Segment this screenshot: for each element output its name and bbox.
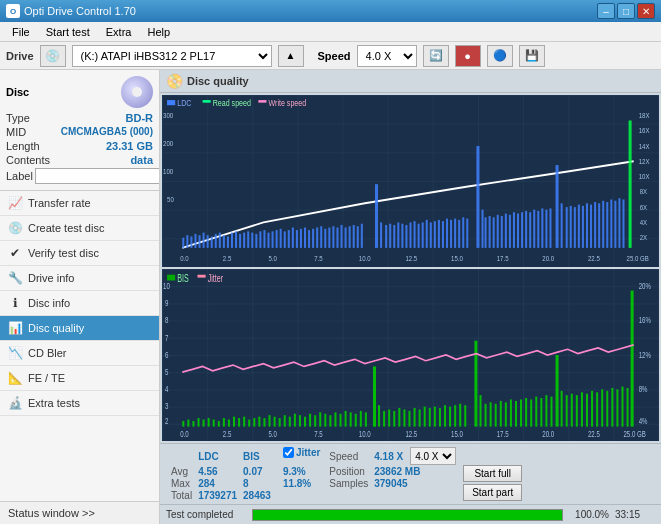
samples-label: Samples [329,478,368,489]
svg-text:25.0 GB: 25.0 GB [624,429,646,439]
svg-rect-44 [276,230,278,248]
svg-rect-114 [582,206,584,248]
menu-extra[interactable]: Extra [98,24,140,40]
speed-label: Speed [318,50,351,62]
maximize-button[interactable]: □ [617,3,635,19]
total-label: Total [168,489,195,501]
extra-tests-icon: 🔬 [8,396,22,410]
sidebar-bottom: Status window >> [0,501,159,524]
save-icon-btn[interactable]: 💾 [519,45,545,67]
disc-panel-title: Disc [6,86,29,98]
drive-icon-btn[interactable]: 💿 [40,45,66,67]
jitter-checkbox[interactable] [283,447,294,458]
svg-rect-43 [272,231,274,248]
svg-text:10.0: 10.0 [359,429,371,439]
speed-stat-label: Speed [329,451,358,462]
svg-text:5.0: 5.0 [269,254,278,262]
svg-rect-196 [383,411,385,427]
svg-rect-174 [269,415,271,426]
svg-text:25.0 GB: 25.0 GB [627,254,650,262]
svg-text:8X: 8X [640,188,648,196]
svg-rect-110 [566,207,568,248]
svg-rect-225 [535,397,537,427]
svg-rect-87 [462,217,464,248]
svg-rect-171 [253,418,255,427]
svg-rect-188 [340,414,342,427]
label-input[interactable] [35,168,160,184]
sidebar-item-create-test-disc[interactable]: 💿 Create test disc [0,216,159,241]
svg-rect-89 [476,146,479,248]
svg-rect-202 [414,408,416,427]
jitter-col-header: Jitter [296,447,320,458]
svg-text:Jitter: Jitter [208,273,223,285]
svg-rect-109 [561,203,563,248]
svg-text:4%: 4% [639,416,648,426]
type-label: Type [6,112,30,124]
title-bar: O Opti Drive Control 1.70 – □ ✕ [0,0,661,22]
svg-rect-139 [167,275,175,281]
sidebar-item-extra-tests[interactable]: 🔬 Extra tests [0,391,159,416]
svg-rect-46 [284,231,286,248]
svg-rect-48 [292,228,294,248]
ldc-avg: 4.56 [195,465,240,477]
sidebar-item-cd-bler[interactable]: 📉 CD Bler [0,341,159,366]
drive-select[interactable]: (K:) ATAPI iHBS312 2 PL17 [72,45,272,67]
start-part-button[interactable]: Start part [463,484,522,501]
svg-rect-198 [393,411,395,427]
sidebar-item-label: Drive info [28,272,74,284]
svg-text:300: 300 [163,111,173,119]
sidebar-item-label: FE / TE [28,372,65,384]
svg-rect-85 [454,219,456,248]
svg-rect-191 [355,414,357,427]
svg-rect-41 [263,230,265,248]
status-window-btn[interactable]: Status window >> [0,502,159,524]
svg-rect-181 [304,417,306,427]
refresh-icon-btn[interactable]: 🔄 [423,45,449,67]
svg-rect-162 [208,418,210,427]
start-full-button[interactable]: Start full [463,465,522,482]
speed-stat-select[interactable]: 4.0 X [410,447,456,465]
speed-select[interactable]: 4.0 X [357,45,417,67]
avg-label: Avg [168,465,195,477]
progress-time: 33:15 [615,509,655,520]
svg-rect-100 [521,212,523,248]
menu-help[interactable]: Help [139,24,178,40]
menu-file[interactable]: File [4,24,38,40]
svg-text:8: 8 [165,315,168,325]
svg-rect-27 [207,235,209,248]
svg-rect-205 [429,408,431,427]
minimize-button[interactable]: – [597,3,615,19]
sidebar-item-disc-info[interactable]: ℹ Disc info [0,291,159,316]
svg-rect-64 [357,226,359,248]
menu-start-test[interactable]: Start test [38,24,98,40]
svg-rect-207 [439,408,441,427]
info-icon-btn[interactable]: 🔵 [487,45,513,67]
svg-rect-51 [304,228,306,248]
svg-text:LDC: LDC [177,99,191,109]
svg-rect-187 [334,412,336,426]
svg-rect-124 [622,199,624,247]
svg-rect-55 [320,226,322,248]
svg-rect-159 [192,421,194,427]
sidebar-item-drive-info[interactable]: 🔧 Drive info [0,266,159,291]
sidebar-item-disc-quality[interactable]: 📊 Disc quality [0,316,159,341]
svg-text:0.0: 0.0 [180,254,189,262]
svg-rect-76 [418,224,420,248]
ldc-total: 1739271 [195,489,240,501]
svg-rect-194 [373,366,376,426]
app-icon: O [6,4,20,18]
eject-button[interactable]: ▲ [278,45,304,67]
svg-rect-2 [167,100,175,105]
svg-rect-99 [517,213,519,247]
svg-rect-84 [450,220,452,248]
svg-rect-182 [309,414,311,427]
sidebar-item-transfer-rate[interactable]: 📈 Transfer rate [0,191,159,216]
svg-text:22.5: 22.5 [588,429,600,439]
sidebar-item-verify-test-disc[interactable]: ✔ Verify test disc [0,241,159,266]
jitter-max: 11.8% [280,477,323,489]
svg-rect-73 [405,225,407,248]
sidebar-item-fe-te[interactable]: 📐 FE / TE [0,366,159,391]
disc-icon-btn[interactable]: ● [455,45,481,67]
svg-text:7.5: 7.5 [314,254,323,262]
close-button[interactable]: ✕ [637,3,655,19]
